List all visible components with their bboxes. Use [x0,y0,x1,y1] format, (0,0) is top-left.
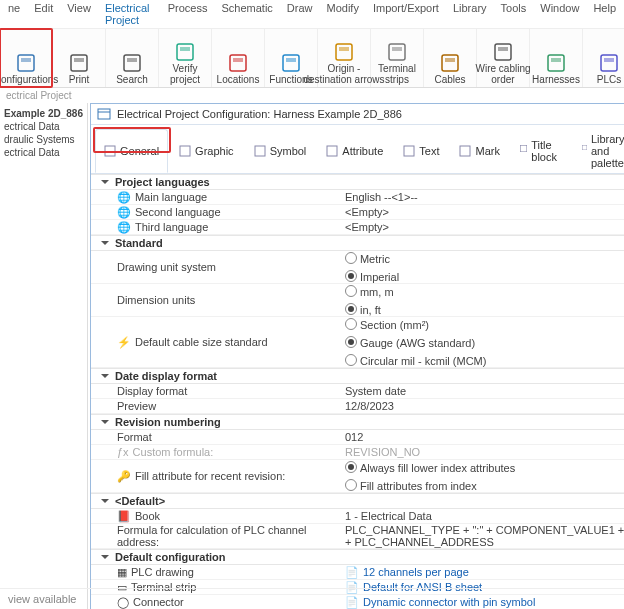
globe-icon: 🌐 [117,221,131,234]
globe-icon: 🌐 [117,191,131,204]
menu-library[interactable]: Library [453,2,487,26]
ribbon-plcs[interactable]: PLCs [583,29,624,87]
menu-bar: neEditViewElectrical ProjectProcessSchem… [0,0,624,29]
locations-icon [227,52,249,74]
svg-rect-2 [71,55,87,71]
menu-draw[interactable]: Draw [287,2,313,26]
symbol-tab-icon [254,145,266,157]
plc-icon: ▦ [117,566,127,579]
tab-mark[interactable]: Mark [450,129,508,173]
tab-graphic[interactable]: Graphic [170,129,243,173]
radio-imperial[interactable] [345,270,357,282]
svg-rect-6 [177,44,193,60]
tab-symbol[interactable]: Symbol [245,129,316,173]
tab-general[interactable]: General [95,129,168,173]
svg-rect-1 [21,58,31,62]
section-revision[interactable]: Revision numbering [91,414,624,430]
ribbon-search[interactable]: Search [106,29,159,87]
section-standard[interactable]: Standard [91,235,624,251]
property-grid[interactable]: Project languages 🌐Main languageEnglish … [91,174,624,609]
svg-rect-18 [495,44,511,60]
menu-window[interactable]: Window [540,2,579,26]
svg-rect-11 [286,58,296,62]
tab-strip: GeneralGraphicSymbolAttributeTextMarkTit… [91,125,624,174]
ribbon-configurations[interactable]: Configurations [0,29,53,87]
ribbon-cables[interactable]: Cables [424,29,477,87]
project-tree[interactable]: Example 2D_886ectrical Datadraulic Syste… [0,103,88,609]
harnesses-icon [545,52,567,74]
radio-in[interactable] [345,303,357,315]
tree-item[interactable]: draulic Systems [0,133,87,146]
svg-rect-12 [336,44,352,60]
svg-rect-37 [521,146,527,152]
menu-schematic[interactable]: Schematic [221,2,272,26]
section-date-format[interactable]: Date display format [91,368,624,384]
radio-mm[interactable] [345,285,357,297]
ribbon-origin[interactable]: Origin - destination arrows [318,29,371,87]
menu-help[interactable]: Help [593,2,616,26]
origin-icon [333,41,355,63]
dialog-titlebar: Electrical Project Configuration: Harnes… [91,104,624,125]
menu-modify[interactable]: Modify [327,2,359,26]
radio-metric[interactable] [345,252,357,264]
ribbon-terminal[interactable]: Terminal strips [371,29,424,87]
svg-rect-35 [404,146,414,156]
tab-library[interactable]: Library and palette [573,129,624,173]
section-project-languages[interactable]: Project languages [91,174,624,190]
svg-rect-33 [255,146,265,156]
globe-icon: 🌐 [117,206,131,219]
svg-rect-15 [392,47,402,51]
tab-attribute[interactable]: Attribute [317,129,392,173]
ribbon: ConfigurationsPrintSearchVerify projectL… [0,29,624,88]
ribbon-verify[interactable]: Verify project [159,29,212,87]
menu-import/export[interactable]: Import/Export [373,2,439,26]
svg-rect-34 [327,146,337,156]
tree-item[interactable]: ectrical Data [0,120,87,133]
config-dialog: Electrical Project Configuration: Harnes… [90,103,624,609]
svg-rect-19 [498,47,508,51]
cables-icon [439,52,461,74]
svg-rect-8 [230,55,246,71]
tree-item[interactable]: Example 2D_886 [0,107,87,120]
tab-titleblock[interactable]: Title block [511,129,571,173]
section-default[interactable]: <Default> [91,493,624,509]
ribbon-wirecabling[interactable]: Wire cabling order [477,29,530,87]
library-tab-icon [582,145,587,157]
svg-rect-14 [389,44,405,60]
ribbon-locations[interactable]: Locations [212,29,265,87]
svg-rect-0 [18,55,34,71]
menu-electrical project[interactable]: Electrical Project [105,2,154,26]
text-tab-icon [403,145,415,157]
status-bar: view available [0,588,624,609]
tab-text[interactable]: Text [394,129,448,173]
functions-icon [280,52,302,74]
ribbon-context-label: ectrical Project [0,88,624,103]
menu-view[interactable]: View [67,2,91,26]
svg-rect-38 [582,145,586,149]
general-tab-icon [104,145,116,157]
svg-rect-16 [442,55,458,71]
wirecabling-icon [492,41,514,63]
dialog-icon [97,107,111,121]
doc-icon: 📄 [345,566,359,579]
svg-rect-5 [127,58,137,62]
menu-ne[interactable]: ne [8,2,20,26]
key-icon: 🔑 [117,470,131,483]
menu-process[interactable]: Process [168,2,208,26]
svg-rect-21 [551,58,561,62]
ribbon-harnesses[interactable]: Harnesses [530,29,583,87]
fx-icon: ƒx [117,446,129,458]
svg-rect-22 [601,55,617,71]
dialog-title: Electrical Project Configuration: Harnes… [117,108,402,120]
ribbon-print[interactable]: Print [53,29,106,87]
menu-edit[interactable]: Edit [34,2,53,26]
cable-icon: ⚡ [117,336,131,349]
attribute-tab-icon [326,145,338,157]
terminal-icon [386,41,408,63]
svg-rect-20 [548,55,564,71]
svg-rect-13 [339,47,349,51]
section-default-config[interactable]: Default configuration [91,549,624,565]
menu-tools[interactable]: Tools [501,2,527,26]
mark-tab-icon [459,145,471,157]
tree-item[interactable]: ectrical Data [0,146,87,159]
